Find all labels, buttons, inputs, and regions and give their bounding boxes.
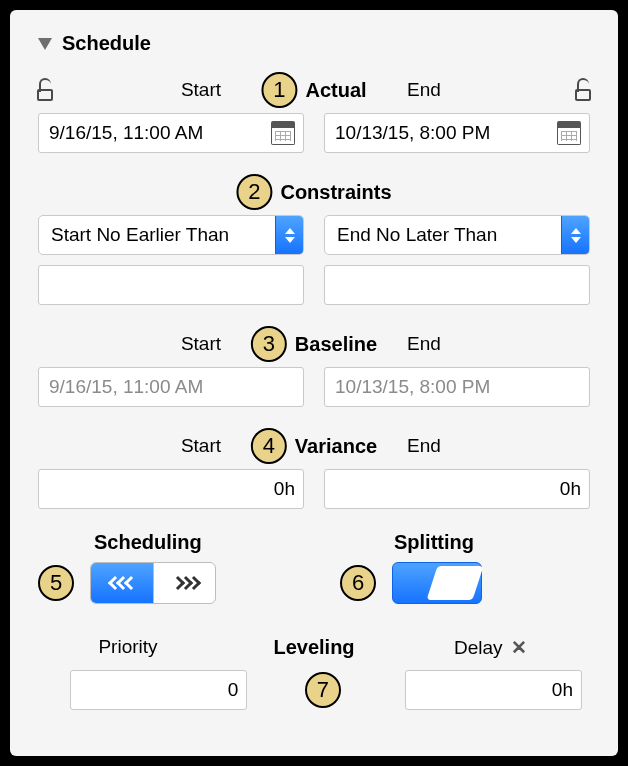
calendar-icon[interactable] — [271, 121, 295, 145]
annotation-1-icon: 1 — [261, 72, 297, 108]
constraint-end-select[interactable]: End No Later Than — [324, 215, 590, 255]
baseline-end-field: 10/13/15, 8:00 PM — [324, 367, 590, 407]
actual-end-field[interactable]: 10/13/15, 8:00 PM — [324, 113, 590, 153]
constraint-end-field[interactable] — [324, 265, 590, 305]
delay-field[interactable]: 0h — [405, 670, 582, 710]
scheduling-heading: Scheduling — [38, 531, 314, 554]
splitting-toggle[interactable] — [392, 562, 482, 604]
variance-end-field: 0h — [324, 469, 590, 509]
constraint-start-field[interactable] — [38, 265, 304, 305]
disclosure-triangle-icon[interactable] — [38, 38, 52, 50]
variance-heading: 4 Variance — [251, 428, 377, 464]
dropdown-arrows-icon — [561, 216, 589, 254]
schedule-panel: Schedule Start 1 Actual End 9/16/15, 11:… — [10, 10, 618, 756]
annotation-7-icon: 7 — [305, 672, 341, 708]
annotation-3-icon: 3 — [251, 326, 287, 362]
baseline-start-field: 9/16/15, 11:00 AM — [38, 367, 304, 407]
scheduling-direction-segmented[interactable] — [90, 562, 216, 604]
scheduling-backward-button[interactable] — [91, 563, 153, 603]
constraint-start-select[interactable]: Start No Earlier Than — [38, 215, 304, 255]
clear-delay-icon[interactable]: ✕ — [511, 636, 527, 659]
annotation-4-icon: 4 — [251, 428, 287, 464]
actual-heading: 1 Actual — [261, 72, 366, 108]
dropdown-arrows-icon — [275, 216, 303, 254]
delay-label: Delay — [454, 636, 503, 658]
annotation-6-icon: 6 — [340, 565, 376, 601]
leveling-heading: Leveling — [273, 636, 354, 659]
splitting-heading: Splitting — [314, 531, 590, 554]
priority-label: Priority — [38, 636, 218, 658]
unlock-icon[interactable] — [36, 79, 54, 101]
annotation-5-icon: 5 — [38, 565, 74, 601]
actual-start-field[interactable]: 9/16/15, 11:00 AM — [38, 113, 304, 153]
priority-field[interactable]: 0 — [70, 670, 247, 710]
constraints-heading: 2 Constraints — [236, 174, 391, 210]
section-title: Schedule — [62, 32, 151, 55]
variance-start-field: 0h — [38, 469, 304, 509]
calendar-icon[interactable] — [557, 121, 581, 145]
baseline-heading: 3 Baseline — [251, 326, 377, 362]
scheduling-forward-button[interactable] — [153, 563, 215, 603]
unlock-icon[interactable] — [574, 79, 592, 101]
annotation-2-icon: 2 — [236, 174, 272, 210]
